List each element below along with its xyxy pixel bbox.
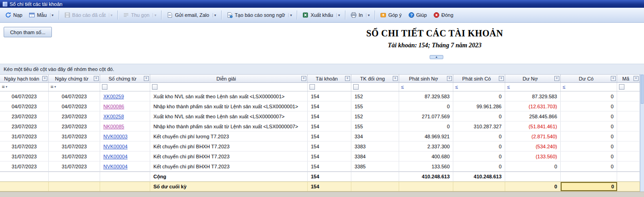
cell-balance_debit[interactable]: 258.445.866: [505, 111, 561, 121]
toolbar-button-send-email[interactable]: Gửi email, Zalo▾: [163, 10, 219, 20]
closing-balance-row-cell-description[interactable]: Số dư cuối kỳ: [150, 182, 308, 191]
cell-balance_debit[interactable]: 0: [505, 162, 561, 171]
cell-balance_debit[interactable]: (2.871.540): [505, 131, 561, 141]
document-link[interactable]: NVK00004: [103, 164, 127, 169]
cell-account[interactable]: 154: [308, 131, 351, 141]
cell-balance_debit[interactable]: (534.240): [505, 141, 561, 151]
cell-code[interactable]: [617, 131, 640, 141]
filter-cell-doc_no[interactable]: [100, 83, 150, 91]
column-header-credit[interactable]: Phát sinh Có+: [453, 75, 505, 82]
filter-cell-contra_account[interactable]: [351, 83, 399, 91]
toolbar-button-export[interactable]: Xuất khẩu▾: [299, 10, 343, 20]
closing-balance-row-cell-code[interactable]: [617, 182, 640, 191]
cell-posting_date[interactable]: 04/07/2023: [0, 91, 49, 101]
cell-account[interactable]: 154: [308, 121, 351, 131]
cell-balance_credit[interactable]: 0: [561, 152, 617, 161]
cell-account[interactable]: 154: [308, 141, 351, 151]
cell-code[interactable]: [617, 141, 640, 151]
group-by-panel[interactable]: Kéo một tiêu đề cột vào đây để nhóm theo…: [0, 64, 644, 74]
cell-posting_date[interactable]: 31/07/2023: [0, 131, 49, 141]
cell-balance_credit[interactable]: 0: [561, 162, 617, 171]
cell-doc_date[interactable]: 04/07/2023: [49, 101, 100, 111]
cell-code[interactable]: [617, 111, 640, 121]
cell-doc_no[interactable]: NVK00004: [100, 141, 150, 151]
filter-cell-code[interactable]: [617, 83, 640, 91]
filter-operator-equals-icon[interactable]: =: [51, 84, 53, 90]
column-pin-icon[interactable]: +: [611, 76, 616, 81]
cell-code[interactable]: [617, 101, 640, 111]
cell-description[interactable]: Xuất kho NVL sản xuất theo Lệnh sản xuất…: [150, 91, 308, 101]
filter-operator-lte-icon[interactable]: ≤: [401, 84, 404, 90]
cell-contra_account[interactable]: 152: [351, 111, 399, 121]
column-header-doc_date[interactable]: Ngày chứng từ+: [49, 75, 100, 82]
cell-doc_no[interactable]: XK00259: [100, 91, 150, 101]
total-row-cell-doc_date[interactable]: [49, 172, 100, 181]
toolbar-button-print[interactable]: In▾: [347, 10, 373, 20]
toolbar-button-help[interactable]: ?Giúp: [405, 10, 430, 20]
toolbar-button-bilingual-report[interactable]: Tạo báo cáo song ngữ▾: [223, 10, 295, 20]
cell-doc_no[interactable]: NK00086: [100, 101, 150, 111]
cell-posting_date[interactable]: 31/07/2023: [0, 162, 49, 171]
toolbar-button-collapse[interactable]: Thu gọn▾: [120, 10, 159, 20]
cell-doc_no[interactable]: NK00085: [100, 121, 150, 131]
column-header-balance_credit[interactable]: Dư Có+: [561, 75, 617, 82]
filter-cell-description[interactable]: [150, 83, 308, 91]
column-header-doc_no[interactable]: Số chứng từ+: [100, 75, 150, 82]
toolbar-button-refresh[interactable]: Nạp: [2, 10, 25, 20]
filter-operator-lte-icon[interactable]: ≤: [507, 84, 510, 90]
cell-balance_credit[interactable]: 0: [561, 131, 617, 141]
toolbar-button-saved-reports[interactable]: Báo cáo đã cắt▾: [61, 10, 116, 20]
filter-operator-equals-icon[interactable]: =: [2, 84, 5, 90]
closing-balance-row-cell-account[interactable]: 154: [308, 182, 351, 191]
cell-doc_no[interactable]: NVK00004: [100, 162, 150, 171]
cell-debit[interactable]: 133.560: [399, 162, 453, 171]
cell-credit[interactable]: 0: [453, 152, 505, 161]
cell-credit[interactable]: 0: [453, 91, 505, 101]
cell-posting_date[interactable]: 23/07/2023: [0, 111, 49, 121]
cell-balance_credit[interactable]: 0: [561, 111, 617, 121]
cell-credit[interactable]: 0: [453, 162, 505, 171]
cell-credit[interactable]: 0: [453, 131, 505, 141]
cell-description[interactable]: Nhập kho thành phẩm sản xuất từ Lệnh sản…: [150, 101, 308, 111]
cell-balance_credit[interactable]: 0: [561, 101, 617, 111]
collapse-header-button[interactable]: ▲: [430, 55, 443, 59]
document-link[interactable]: XK00258: [103, 114, 124, 119]
document-link[interactable]: XK00259: [103, 94, 124, 99]
column-pin-icon[interactable]: +: [499, 76, 504, 81]
cell-credit[interactable]: 0: [453, 111, 505, 121]
filter-cell-debit[interactable]: ≤: [399, 83, 453, 91]
dropdown-arrow-icon[interactable]: ▾: [336, 13, 340, 17]
closing-balance-row-cell-posting_date[interactable]: [0, 182, 49, 191]
cell-debit[interactable]: 400.680: [399, 152, 453, 161]
cell-contra_account[interactable]: 155: [351, 101, 399, 111]
column-header-balance_debit[interactable]: Dư Nợ+: [505, 75, 561, 82]
filter-cell-balance_debit[interactable]: ≤: [505, 83, 561, 91]
cell-credit[interactable]: 310.287.327: [453, 121, 505, 131]
toolbar-button-feedback[interactable]: Góp ý: [377, 10, 405, 20]
column-header-posting_date[interactable]: Ngày hạch toán+: [0, 75, 49, 82]
dropdown-arrow-icon[interactable]: ▾: [366, 13, 370, 17]
cell-doc_date[interactable]: 31/07/2023: [49, 162, 100, 171]
cell-balance_debit[interactable]: 87.329.583: [505, 91, 561, 101]
cell-balance_debit[interactable]: (133.560): [505, 152, 561, 161]
document-link[interactable]: NVK00004: [103, 144, 127, 149]
column-header-description[interactable]: Diễn giải+: [150, 75, 308, 82]
filter-editor-button[interactable]: [152, 84, 157, 90]
cell-doc_date[interactable]: 04/07/2023: [49, 91, 100, 101]
window-titlebar[interactable]: Sổ chi tiết các tài khoản: [0, 0, 644, 8]
closing-balance-row-cell-contra_account[interactable]: [351, 182, 399, 191]
closing-balance-row-cell-balance_credit[interactable]: 0: [561, 182, 617, 191]
total-row-cell-debit[interactable]: 410.248.613: [399, 172, 453, 181]
filter-cell-account[interactable]: [308, 83, 351, 91]
cell-description[interactable]: Kết chuyển chi phí BHXH T7.2023: [150, 152, 308, 161]
filter-dropdown-icon[interactable]: ▾: [54, 85, 56, 89]
filter-editor-button[interactable]: [309, 84, 315, 90]
column-pin-icon[interactable]: +: [634, 76, 639, 81]
total-row-cell-credit[interactable]: 410.248.613: [453, 172, 505, 181]
cell-description[interactable]: Xuất kho NVL sản xuất theo Lệnh sản xuất…: [150, 111, 308, 121]
total-row-cell-posting_date[interactable]: [0, 172, 49, 181]
cell-balance_credit[interactable]: 0: [561, 141, 617, 151]
cell-contra_account[interactable]: 3383: [351, 141, 399, 151]
cell-credit[interactable]: 99.961.286: [453, 101, 505, 111]
cell-doc_date[interactable]: 31/07/2023: [49, 131, 100, 141]
